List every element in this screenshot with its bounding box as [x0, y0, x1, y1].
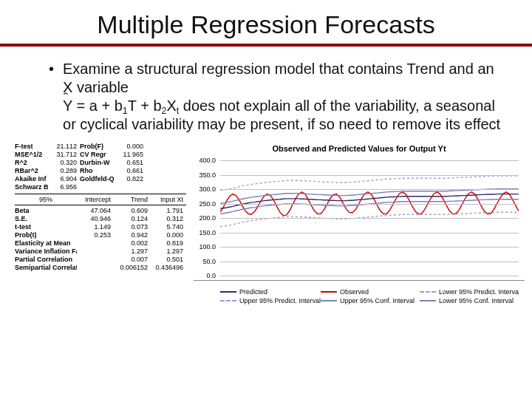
stat-label: Akaike Inf — [15, 175, 50, 183]
stats-columns-header: 95% Intercept Trend Input Xt — [15, 194, 186, 205]
series-line — [220, 176, 519, 191]
gridline — [220, 175, 519, 176]
legend-swatch — [420, 291, 436, 293]
bullet-item: • Examine a structural regression model … — [49, 60, 502, 134]
y-tick-label: 350.0 — [199, 171, 216, 179]
stat-label: Prob(F) — [80, 143, 117, 150]
stat-label: Prob(t) — [15, 231, 77, 239]
stat-value: 0.289 — [50, 167, 80, 174]
bullet-marker: • — [49, 60, 54, 134]
stat-label: t-test — [15, 223, 77, 231]
stat-label: R^2 — [15, 159, 50, 166]
gridline — [220, 204, 519, 205]
bullet-text: Examine a structural regression model th… — [63, 60, 502, 134]
col-h1: 95% — [15, 196, 77, 203]
stats-panel-top: F-test21.112Prob(F)0.000MSE^1/231.712CV … — [15, 141, 186, 194]
series-line — [220, 200, 519, 214]
stat-label: Beta — [15, 207, 77, 214]
y-tick-label: 400.0 — [199, 157, 216, 164]
y-hat: ˆ Y — [63, 98, 77, 114]
stat-value: 0.436496 — [151, 264, 186, 271]
stats-table: F-test21.112Prob(F)0.000MSE^1/231.712CV … — [15, 141, 186, 326]
stat-value: 0.661 — [117, 167, 146, 174]
stat-value: 21.112 — [50, 143, 80, 150]
legend-swatch — [220, 291, 236, 293]
stats-panel-bottom: Beta47.0640.6091.791S.E.40.9460.1240.312… — [15, 205, 186, 273]
stat-value — [77, 256, 114, 263]
legend-item: Upper 95% Conf. Interval — [321, 297, 420, 304]
stat-value: 1.297 — [114, 248, 151, 255]
stat-label: S.E. — [15, 215, 77, 222]
stat-label: F-test — [15, 143, 50, 150]
stat-value: 0.124 — [114, 215, 151, 222]
bullet-line-1: Examine a structural regression model th… — [63, 61, 494, 95]
legend-label: Predicted — [239, 288, 267, 296]
stat-value: 0.253 — [77, 231, 114, 239]
stat-value: 6.956 — [50, 183, 80, 191]
legend-label: Upper 95% Conf. Interval — [340, 297, 415, 304]
stat-label: Partial Correlation — [15, 256, 77, 263]
stat-value — [77, 248, 114, 255]
stat-value: 5.740 — [151, 223, 186, 231]
legend-swatch — [420, 300, 436, 301]
legend-item: Lower 95% Predict. Interva — [420, 288, 519, 296]
legend-item: Upper 95% Predict. Interval — [220, 297, 321, 304]
stat-value: 0.000 — [117, 143, 146, 150]
stat-label: Semipartial Correlat — [15, 264, 77, 271]
stat-value: 11.965 — [117, 151, 146, 158]
stat-value: 0.007 — [114, 256, 151, 263]
stat-value: 0.651 — [117, 159, 146, 166]
stat-value: 0.320 — [50, 159, 80, 166]
stat-label: Variance Inflation Fa — [15, 248, 77, 255]
chart: Observed and Predicted Values for Output… — [194, 141, 525, 326]
legend-label: Lower 95% Conf. Interval — [439, 297, 514, 304]
legend: PredictedObservedLower 95% Predict. Inte… — [194, 280, 525, 304]
legend-swatch — [220, 300, 236, 301]
col-h4: Input Xt — [151, 196, 186, 203]
gridline — [220, 218, 519, 219]
gridline — [220, 233, 519, 233]
bullet-list: • Examine a structural regression model … — [0, 47, 532, 134]
plot-area: 0.050.0100.0150.0200.0250.0300.0350.0400… — [220, 160, 519, 276]
col-h3: Trend — [114, 196, 151, 203]
stat-label: Elasticity at Mean — [15, 239, 77, 247]
stat-label: CV Regr — [80, 151, 117, 158]
y-tick-label: 250.0 — [199, 200, 216, 208]
y-tick-label: 150.0 — [199, 229, 216, 236]
legend-item: Lower 95% Conf. Interval — [420, 297, 519, 304]
stat-value: 0.819 — [151, 239, 186, 247]
stat-value: 47.064 — [77, 207, 114, 214]
stat-label: MSE^1/2 — [15, 151, 50, 158]
content-row: F-test21.112Prob(F)0.000MSE^1/231.712CV … — [0, 134, 532, 326]
stat-value: 0.822 — [117, 175, 146, 183]
stat-value: 0.312 — [151, 215, 186, 222]
stat-value — [77, 264, 114, 271]
stat-value — [77, 239, 114, 247]
stat-value: 1.149 — [77, 223, 114, 231]
caret-icon: ˆ — [64, 90, 68, 107]
stat-label: Schwarz B — [15, 183, 50, 191]
stat-label: Rho — [80, 167, 117, 174]
y-tick-label: 100.0 — [199, 243, 216, 250]
stat-value: 31.712 — [50, 151, 80, 158]
stat-value: 0.002 — [114, 239, 151, 247]
legend-label: Observed — [340, 288, 369, 296]
y-tick-label: 200.0 — [199, 214, 216, 222]
y-tick-label: 50.0 — [202, 258, 216, 265]
stat-label: Durbin-W — [80, 159, 117, 166]
legend-swatch — [321, 291, 337, 293]
stat-label — [80, 183, 117, 191]
legend-swatch — [321, 300, 337, 301]
stat-value: 40.946 — [77, 215, 114, 222]
gridline — [220, 160, 519, 161]
stat-value: 6.904 — [50, 175, 80, 183]
gridline — [220, 247, 519, 248]
chart-title: Observed and Predicted Values for Output… — [194, 141, 525, 160]
col-h2: Intercept — [77, 196, 114, 203]
y-tick-label: 0.0 — [206, 272, 216, 279]
stat-value: 0.006152 — [114, 264, 151, 271]
stat-label: RBar^2 — [15, 167, 50, 174]
stat-value: 0.073 — [114, 223, 151, 231]
gridline — [220, 189, 519, 190]
stat-value: 1.791 — [151, 207, 186, 214]
